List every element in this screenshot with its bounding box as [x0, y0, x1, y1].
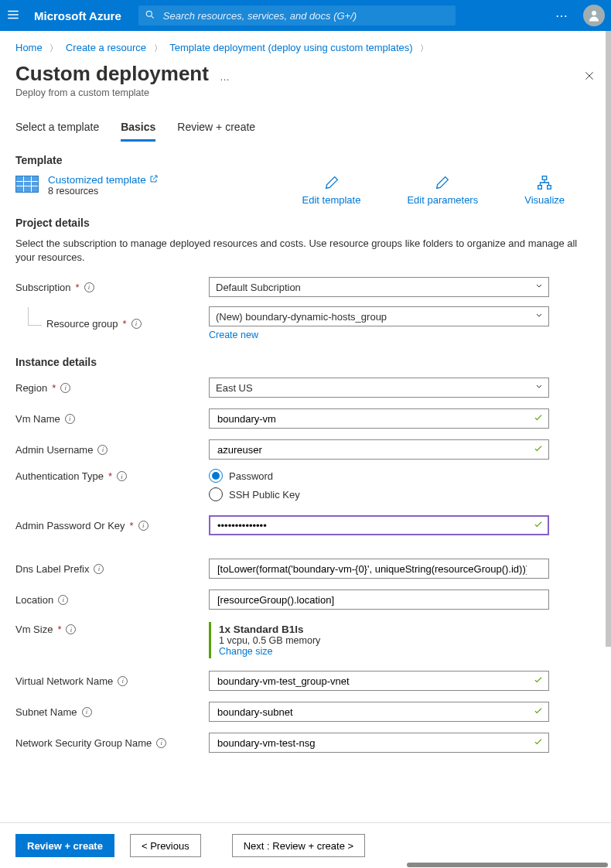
nsg-input[interactable] — [209, 733, 549, 753]
body-scroll-area: Select a template Basics Review + create… — [0, 102, 611, 820]
info-icon[interactable]: i — [131, 319, 142, 329]
template-summary-row: Customized template 8 resources Edit tem… — [15, 174, 596, 206]
template-grid-icon — [15, 176, 39, 193]
section-title-instance: Instance details — [15, 356, 596, 368]
svg-rect-2 — [542, 176, 547, 180]
auth-ssh-radio[interactable]: SSH Public Key — [209, 487, 549, 501]
check-icon — [533, 736, 544, 750]
dns-prefix-input[interactable] — [209, 559, 549, 579]
vmsize-specs: 1 vcpu, 0.5 GB memory — [219, 635, 549, 646]
info-icon[interactable]: i — [138, 521, 148, 531]
admin-password-input[interactable] — [209, 515, 549, 535]
location-input[interactable] — [209, 589, 549, 610]
required-indicator: * — [123, 318, 127, 330]
review-create-button[interactable]: Review + create — [15, 834, 114, 857]
required-indicator: * — [108, 470, 112, 482]
chevron-right-icon: 〉 — [49, 43, 58, 53]
resource-group-select[interactable]: (New) boundary-dynamic-hosts_group — [209, 306, 549, 326]
change-size-link[interactable]: Change size — [219, 646, 549, 657]
breadcrumb: Home 〉 Create a resource 〉 Template depl… — [0, 31, 611, 59]
auth-password-radio[interactable]: Password — [209, 469, 549, 483]
tab-select-template[interactable]: Select a template — [15, 121, 99, 142]
create-new-rg-link[interactable]: Create new — [209, 330, 549, 340]
check-icon — [533, 443, 544, 456]
subnet-input[interactable] — [209, 702, 549, 722]
visualize-button[interactable]: Visualize — [524, 174, 565, 206]
horizontal-scrollbar[interactable] — [0, 862, 611, 868]
auth-type-label: Authentication Type — [15, 470, 104, 482]
info-icon[interactable]: i — [117, 471, 127, 481]
check-icon — [533, 519, 544, 532]
hierarchy-icon — [536, 174, 553, 191]
info-icon[interactable]: i — [66, 624, 76, 634]
tab-basics[interactable]: Basics — [121, 121, 155, 142]
edit-parameters-button[interactable]: Edit parameters — [407, 174, 478, 206]
breadcrumb-item-home[interactable]: Home — [15, 42, 43, 53]
location-label: Location — [15, 594, 53, 606]
vmsize-display: 1x Standard B1ls 1 vcpu, 0.5 GB memory C… — [209, 622, 549, 658]
vnet-input[interactable] — [209, 671, 549, 691]
chevron-down-icon — [534, 382, 544, 394]
info-icon[interactable]: i — [65, 414, 75, 424]
project-description: Select the subscription to manage deploy… — [15, 237, 596, 265]
required-indicator: * — [52, 382, 56, 394]
svg-rect-3 — [538, 186, 542, 190]
close-icon[interactable] — [583, 70, 596, 84]
hamburger-icon[interactable] — [6, 8, 20, 24]
external-link-icon — [149, 174, 159, 186]
global-search[interactable] — [138, 5, 456, 26]
region-label: Region — [15, 382, 47, 394]
customized-template-link[interactable]: Customized template — [48, 174, 159, 186]
dns-prefix-label: Dns Label Prefix — [15, 563, 89, 575]
brand-label[interactable]: Microsoft Azure — [34, 9, 121, 22]
svg-point-1 — [592, 11, 596, 15]
top-header: Microsoft Azure ⋯ — [0, 0, 611, 31]
search-icon — [145, 9, 155, 22]
region-select[interactable]: East US — [209, 378, 549, 398]
info-icon[interactable]: i — [97, 445, 108, 455]
search-input[interactable] — [162, 9, 449, 22]
svg-point-0 — [146, 11, 152, 16]
page-more-icon[interactable]: … — [220, 71, 231, 83]
nsg-label: Network Security Group Name — [15, 737, 152, 749]
chevron-down-icon — [534, 282, 544, 293]
chevron-right-icon: 〉 — [420, 43, 428, 53]
info-icon[interactable]: i — [118, 676, 128, 686]
info-icon[interactable]: i — [82, 707, 92, 717]
info-icon[interactable]: i — [58, 595, 68, 605]
admin-username-input[interactable] — [209, 439, 549, 460]
check-icon — [533, 412, 544, 425]
info-icon[interactable]: i — [60, 383, 70, 393]
vertical-scrollbar[interactable] — [606, 31, 611, 820]
chevron-down-icon — [534, 311, 544, 323]
template-resource-count: 8 resources — [48, 186, 159, 196]
resource-group-label: Resource group — [46, 318, 118, 330]
section-title-project: Project details — [15, 217, 596, 229]
check-icon — [533, 675, 544, 688]
pencil-icon — [434, 174, 451, 191]
info-icon[interactable]: i — [156, 738, 166, 748]
required-indicator: * — [130, 520, 134, 531]
vmname-input[interactable] — [209, 408, 549, 429]
chevron-right-icon: 〉 — [154, 43, 162, 53]
svg-rect-4 — [548, 186, 551, 190]
previous-button[interactable]: < Previous — [130, 834, 201, 857]
edit-template-button[interactable]: Edit template — [302, 174, 361, 206]
tree-connector-icon — [28, 307, 42, 326]
vmname-label: Vm Name — [15, 413, 60, 425]
admin-password-label: Admin Password Or Key — [15, 520, 125, 531]
wizard-footer: Review + create < Previous Next : Review… — [0, 822, 611, 868]
vmsize-label: Vm Size — [15, 624, 53, 635]
wizard-tabs: Select a template Basics Review + create — [15, 121, 596, 142]
breadcrumb-item-create[interactable]: Create a resource — [66, 42, 146, 53]
info-icon[interactable]: i — [94, 564, 104, 574]
tab-review-create[interactable]: Review + create — [177, 121, 255, 142]
avatar[interactable] — [583, 5, 605, 26]
info-icon[interactable]: i — [84, 282, 94, 292]
required-indicator: * — [76, 282, 80, 293]
next-button[interactable]: Next : Review + create > — [232, 834, 365, 857]
header-more-icon[interactable]: ⋯ — [555, 9, 569, 23]
subscription-select[interactable]: Default Subcription — [209, 277, 549, 297]
radio-off-icon — [209, 487, 223, 501]
breadcrumb-item-template-deploy[interactable]: Template deployment (deploy using custom… — [169, 42, 412, 53]
